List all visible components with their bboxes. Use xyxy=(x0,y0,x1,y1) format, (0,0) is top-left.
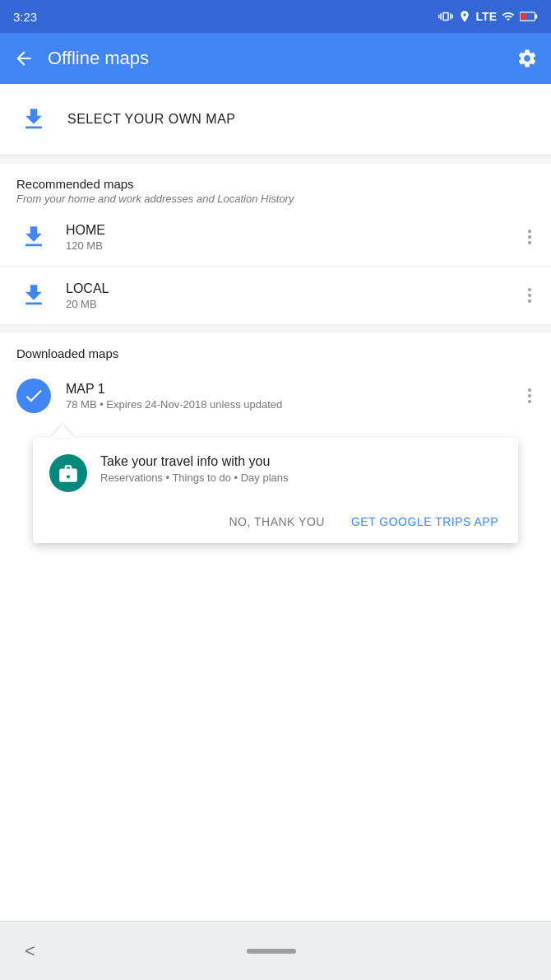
popup-text: Take your travel info with you Reservati… xyxy=(100,454,289,484)
popup-subtitle: Reservations • Things to do • Day plans xyxy=(100,471,289,484)
map1-details: 78 MB • Expires 24-Nov-2018 unless updat… xyxy=(66,398,510,411)
popup-actions: NO, THANK YOU GET GOOGLE TRIPS APP xyxy=(49,505,502,535)
map1-downloaded-icon xyxy=(16,379,51,413)
no-thanks-button[interactable]: NO, THANK YOU xyxy=(225,509,327,535)
get-google-trips-button[interactable]: GET GOOGLE TRIPS APP xyxy=(348,509,502,535)
bottom-nav: < xyxy=(0,921,551,980)
location-icon xyxy=(458,10,471,23)
home-map-name: HOME xyxy=(66,223,510,238)
local-map-menu-button[interactable] xyxy=(525,285,535,306)
recommended-maps-section: Recommended maps From your home and work… xyxy=(0,164,551,325)
nav-home-indicator[interactable] xyxy=(247,949,296,954)
map-item-local: LOCAL 20 MB xyxy=(0,267,551,325)
local-download-icon xyxy=(16,278,51,313)
signal-icon xyxy=(502,10,515,23)
settings-button[interactable] xyxy=(516,48,538,69)
local-map-info: LOCAL 20 MB xyxy=(66,281,510,310)
status-icons: LTE xyxy=(438,9,538,24)
trips-icon xyxy=(49,454,87,492)
select-own-map-row[interactable]: SELECT YOUR OWN MAP xyxy=(0,84,551,156)
local-map-name: LOCAL xyxy=(66,281,510,296)
page-title: Offline maps xyxy=(48,48,149,69)
local-map-size: 20 MB xyxy=(66,298,510,310)
nav-back-button[interactable]: < xyxy=(25,941,35,962)
back-button[interactable] xyxy=(13,48,35,69)
status-bar: 3:23 LTE xyxy=(0,0,551,33)
downloaded-title: Downloaded maps xyxy=(0,333,551,367)
popup-card: Take your travel info with you Reservati… xyxy=(33,438,518,543)
map-item-map1: MAP 1 78 MB • Expires 24-Nov-2018 unless… xyxy=(0,367,551,425)
select-map-label: SELECT YOUR OWN MAP xyxy=(67,112,236,127)
home-map-info: HOME 120 MB xyxy=(66,223,510,252)
section-divider-2 xyxy=(0,325,551,333)
svg-rect-2 xyxy=(521,13,526,20)
recommended-section-header: Recommended maps From your home and work… xyxy=(0,164,551,208)
section-divider-1 xyxy=(0,156,551,164)
downloaded-maps-section: Downloaded maps MAP 1 78 MB • Expires 24… xyxy=(0,333,551,560)
popup-container: Take your travel info with you Reservati… xyxy=(0,425,551,560)
popup-content: Take your travel info with you Reservati… xyxy=(49,454,502,492)
map1-menu-button[interactable] xyxy=(525,385,535,406)
popup-arrow xyxy=(51,425,74,438)
download-icon xyxy=(16,102,51,137)
page-spacer xyxy=(0,741,551,922)
content-area: SELECT YOUR OWN MAP Recommended maps Fro… xyxy=(0,84,551,741)
home-map-menu-button[interactable] xyxy=(525,226,535,248)
map1-info: MAP 1 78 MB • Expires 24-Nov-2018 unless… xyxy=(66,382,510,411)
map-item-home: HOME 120 MB xyxy=(0,208,551,267)
home-map-size: 120 MB xyxy=(66,239,510,252)
map1-name: MAP 1 xyxy=(66,382,510,397)
vibrate-icon xyxy=(438,9,453,24)
recommended-subtitle: From your home and work addresses and Lo… xyxy=(16,193,535,205)
lte-label: LTE xyxy=(476,10,497,23)
battery-icon xyxy=(520,11,538,22)
recommended-title: Recommended maps xyxy=(16,177,535,191)
svg-rect-1 xyxy=(535,14,537,18)
popup-wrapper: Take your travel info with you Reservati… xyxy=(33,425,518,543)
home-download-icon xyxy=(16,220,51,254)
app-bar: Offline maps xyxy=(0,33,551,84)
popup-title: Take your travel info with you xyxy=(100,454,289,469)
status-time: 3:23 xyxy=(13,10,37,24)
